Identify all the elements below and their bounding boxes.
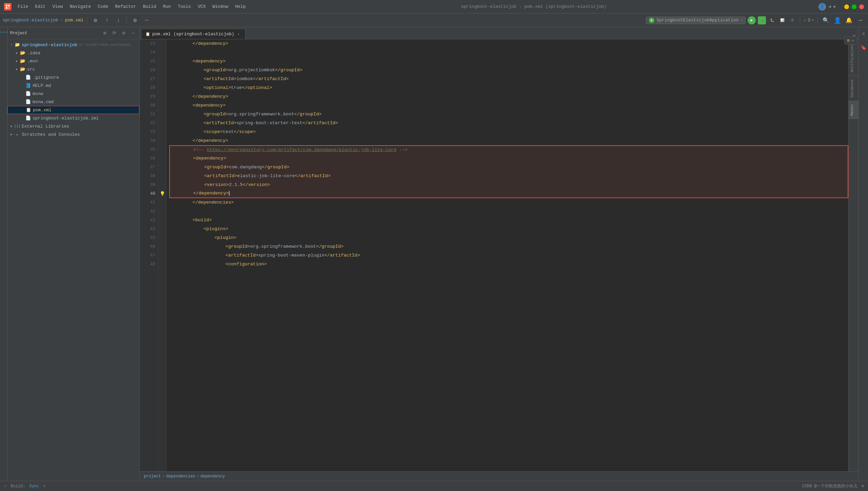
- bc-dependencies[interactable]: dependencies: [166, 474, 195, 479]
- gutter-31: [158, 110, 166, 119]
- sidebar-sync[interactable]: ⟳: [111, 30, 118, 37]
- maven-panel[interactable]: Maven: [849, 101, 859, 119]
- gear-icon-status[interactable]: ⚙: [862, 484, 864, 489]
- menu-build[interactable]: Build: [140, 3, 160, 11]
- tree-src[interactable]: ▶ 📂 src: [7, 65, 139, 73]
- coverage-button[interactable]: 📊: [778, 16, 786, 24]
- maven-close[interactable]: ✕: [852, 38, 854, 43]
- gutter-24: [158, 48, 166, 57]
- ln-45: 45: [140, 233, 158, 242]
- tree-mvnw[interactable]: 📄 mvnw: [7, 90, 139, 98]
- menu-vcs[interactable]: VCS: [194, 3, 209, 11]
- tree-gitignore[interactable]: 📄 .gitignore: [7, 73, 139, 81]
- sidebar-collapse-all[interactable]: ⊞: [101, 30, 108, 37]
- code-line-38: <artifactId>elastic-job-lite-core</artif…: [169, 172, 848, 181]
- menu-edit[interactable]: Edit: [32, 3, 49, 11]
- code-line-27: <artifactId>lombok</artifactId>: [169, 75, 848, 83]
- code-area[interactable]: </dependency> <dependency> <groupId>org.…: [166, 39, 848, 471]
- mvnw-icon: 📄: [25, 91, 31, 97]
- notification-button[interactable]: 🔔: [844, 16, 854, 25]
- notifications-panel[interactable]: Notifications: [849, 39, 859, 76]
- tree-mvn[interactable]: ▶ 📂 .mvn: [7, 57, 139, 65]
- sync-close[interactable]: ✕: [43, 484, 45, 489]
- tree-pomxml[interactable]: 📋 pom.xml: [7, 106, 139, 114]
- src-arrow[interactable]: ▶: [14, 67, 20, 72]
- ln-46: 46: [140, 242, 158, 251]
- idea-arrow[interactable]: ▶: [14, 50, 20, 56]
- user-avatar[interactable]: 👤: [818, 3, 826, 11]
- root-path: D:\study\idea-workspace: [79, 43, 131, 47]
- nav-forward[interactable]: ▶: [834, 4, 836, 9]
- menu-navigate[interactable]: Navigate: [66, 3, 94, 11]
- ln-34: 34: [140, 136, 158, 145]
- root-arrow[interactable]: ▾: [9, 42, 14, 48]
- menu-refactor[interactable]: Refactor: [112, 3, 139, 11]
- gear-button[interactable]: ⚙: [130, 16, 140, 25]
- nav-back[interactable]: ◀: [829, 4, 831, 9]
- menu-help[interactable]: Help: [232, 3, 249, 11]
- menu-tools[interactable]: Tools: [174, 3, 194, 11]
- ln-48: 48: [140, 260, 158, 269]
- menu-window[interactable]: Window: [209, 3, 232, 11]
- run-config-selector[interactable]: ▶ SpringbootElasticjobApplication ▾: [646, 17, 746, 24]
- project-breadcrumb[interactable]: springboot-elasticjob: [3, 18, 58, 23]
- maximize-button[interactable]: [852, 4, 856, 9]
- tab-pomxml[interactable]: 📋 pom.xml (springboot-elasticjob) ✕: [141, 29, 245, 39]
- extlibs-arrow[interactable]: ▶: [9, 124, 14, 129]
- search-button[interactable]: 🔍: [821, 16, 831, 25]
- tree-iml[interactable]: 📄 springboot-elasticjob.iml: [7, 114, 139, 122]
- mvn-arrow[interactable]: ▶: [14, 58, 20, 64]
- sync-label[interactable]: Sync: [29, 484, 39, 489]
- bc-project[interactable]: project: [144, 474, 161, 479]
- sidebar-bookmark-btn[interactable]: 🔖: [859, 41, 868, 54]
- code-line-42: [169, 207, 848, 216]
- ln-30: 30: [140, 101, 158, 110]
- code-line-48: <configuration>: [169, 260, 848, 269]
- scratches-arrow[interactable]: ▶: [9, 132, 14, 137]
- editor-content: 23 24 25 26 27 28 29 30 31 32 33 34 35 3…: [140, 39, 859, 471]
- tree-root[interactable]: ▾ 📁 springboot-elasticjob D:\study\idea-…: [7, 41, 139, 49]
- code-line-45: <plugin>: [169, 233, 848, 242]
- tab-close-button[interactable]: ✕: [236, 32, 241, 37]
- bc-dependency[interactable]: dependency: [200, 474, 225, 479]
- ln-23: 23: [140, 39, 158, 48]
- gutter-26: [158, 66, 166, 75]
- helpmd-label: HELP.md: [33, 83, 51, 88]
- more-button[interactable]: ⋯: [856, 16, 865, 25]
- ln-31: 31: [140, 110, 158, 119]
- build-icon: ✓: [4, 484, 6, 489]
- check-expand[interactable]: ▾: [812, 18, 814, 23]
- menu-run[interactable]: Run: [160, 3, 174, 11]
- ln-41: 41: [140, 198, 158, 207]
- tree-idea[interactable]: ▶ 📂 .idea: [7, 49, 139, 57]
- run-button[interactable]: ▶: [748, 16, 756, 24]
- tree-extlibs[interactable]: ▶ ||| External Libraries: [7, 122, 139, 130]
- menu-file[interactable]: File: [14, 3, 32, 11]
- minimize-button[interactable]: [844, 4, 849, 9]
- database-panel[interactable]: Database: [849, 76, 859, 101]
- user-profile-button[interactable]: 👤: [833, 16, 842, 25]
- up-button[interactable]: ↑: [102, 16, 112, 25]
- tree-scratches[interactable]: ▶ ✏ Scratches and Consoles: [7, 130, 139, 138]
- maven-close-indicator[interactable]: m ✕: [844, 37, 857, 44]
- tree-helpmd[interactable]: 📘 HELP.md: [7, 81, 139, 90]
- run-config-dropdown[interactable]: ▾: [741, 18, 743, 22]
- sidebar-settings[interactable]: ⚙: [120, 30, 127, 37]
- tree-mvnwcmd[interactable]: 📄 mvnw.cmd: [7, 98, 139, 106]
- file-breadcrumb[interactable]: pom.xml: [65, 18, 84, 23]
- debug-button[interactable]: 🐛: [768, 16, 776, 24]
- profile-button[interactable]: ⏱: [788, 16, 796, 24]
- sidebar-structure-btn[interactable]: ≡: [859, 27, 868, 41]
- gutter-37: [158, 163, 166, 172]
- mvnw-label: mvnw: [33, 91, 43, 96]
- menu-code[interactable]: Code: [94, 3, 112, 11]
- close-button[interactable]: [859, 4, 864, 9]
- minus-button[interactable]: ─: [142, 16, 151, 25]
- sidebar-tree: ▾ 📁 springboot-elasticjob D:\study\idea-…: [7, 39, 139, 481]
- down-button[interactable]: ↓: [114, 16, 123, 25]
- svg-rect-3: [8, 7, 10, 9]
- settings-button[interactable]: ⚙: [91, 16, 100, 25]
- build-button[interactable]: 🔨: [758, 16, 766, 24]
- sidebar-minimize[interactable]: ─: [130, 30, 137, 37]
- menu-view[interactable]: View: [49, 3, 66, 11]
